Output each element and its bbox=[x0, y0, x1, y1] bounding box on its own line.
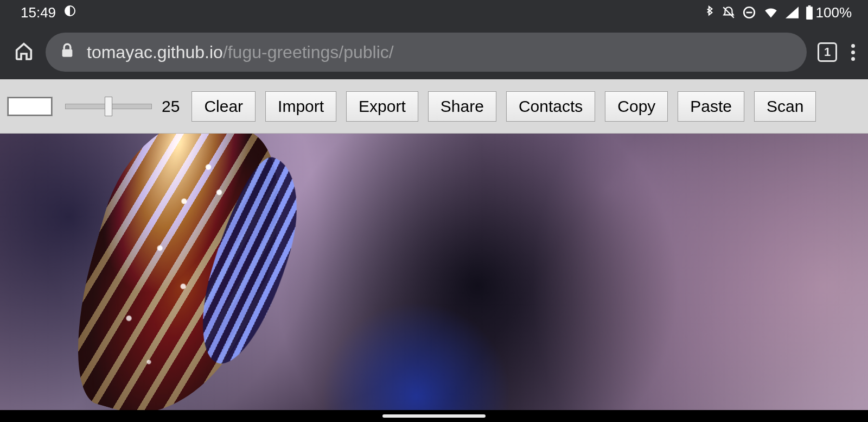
export-button[interactable]: Export bbox=[346, 91, 418, 122]
browser-toolbar: tomayac.github.io/fugu-greetings/public/… bbox=[0, 25, 868, 79]
copy-button[interactable]: Copy bbox=[605, 91, 668, 122]
brush-size-slider[interactable] bbox=[65, 104, 152, 109]
canvas-image-content bbox=[54, 134, 304, 410]
gesture-handle[interactable] bbox=[382, 414, 486, 418]
home-icon[interactable] bbox=[13, 40, 35, 64]
dnd-muted-icon bbox=[722, 5, 736, 20]
paste-button[interactable]: Paste bbox=[678, 91, 744, 122]
tab-switcher[interactable]: 1 bbox=[818, 42, 837, 62]
contacts-button[interactable]: Contacts bbox=[506, 91, 595, 122]
android-nav-bar bbox=[0, 410, 868, 422]
data-saver-icon bbox=[63, 4, 76, 21]
scan-button[interactable]: Scan bbox=[754, 91, 816, 122]
url-path: /fugu-greetings/public/ bbox=[223, 42, 394, 62]
cell-signal-icon bbox=[786, 7, 799, 18]
svg-rect-2 bbox=[806, 7, 813, 20]
share-button[interactable]: Share bbox=[428, 91, 496, 122]
battery-percent: 100% bbox=[816, 4, 852, 21]
lock-icon bbox=[61, 42, 74, 62]
app-toolbar: 25 Clear Import Export Share Contacts Co… bbox=[0, 79, 868, 134]
battery-indicator: 100% bbox=[805, 4, 852, 21]
url-text: tomayac.github.io/fugu-greetings/public/ bbox=[87, 42, 394, 62]
android-status-bar: 15:49 100% bbox=[0, 0, 868, 25]
svg-rect-4 bbox=[62, 49, 73, 56]
color-picker-swatch[interactable] bbox=[8, 97, 52, 116]
url-bar[interactable]: tomayac.github.io/fugu-greetings/public/ bbox=[46, 33, 807, 72]
url-host: tomayac.github.io bbox=[87, 42, 223, 62]
wifi-icon bbox=[763, 6, 779, 19]
bluetooth-icon bbox=[704, 5, 715, 20]
tab-count-label: 1 bbox=[824, 45, 831, 59]
slider-thumb[interactable] bbox=[105, 97, 112, 116]
drawing-canvas[interactable] bbox=[0, 134, 868, 410]
import-button[interactable]: Import bbox=[265, 91, 336, 122]
overflow-menu-icon[interactable] bbox=[848, 41, 858, 64]
do-not-disturb-icon bbox=[742, 5, 756, 20]
brush-size-value: 25 bbox=[162, 97, 180, 116]
battery-icon bbox=[805, 5, 814, 20]
status-time: 15:49 bbox=[21, 4, 56, 21]
svg-rect-3 bbox=[808, 5, 810, 7]
clear-button[interactable]: Clear bbox=[192, 91, 256, 122]
